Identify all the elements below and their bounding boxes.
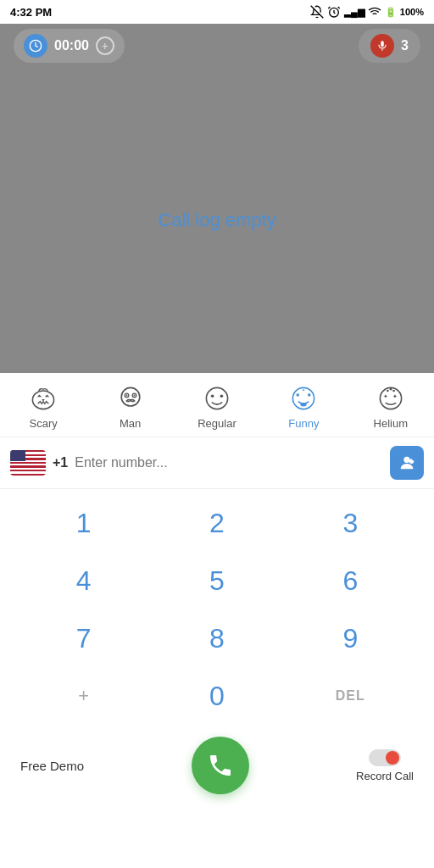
key-0[interactable]: 0: [175, 669, 259, 723]
status-bar: 4:32 PM ▂▄▆ 🔋 100%: [0, 0, 434, 24]
contact-button[interactable]: [390, 446, 424, 480]
phone-number-input[interactable]: [75, 455, 383, 470]
regular-face-icon: [202, 383, 232, 414]
key-7[interactable]: 7: [42, 611, 126, 665]
svg-point-13: [211, 395, 214, 398]
clock-icon: [29, 39, 42, 53]
voice-filter-bar: Scary Man: [0, 373, 434, 437]
timer-icon: [24, 34, 47, 58]
voice-filter-funny-label: Funny: [288, 417, 319, 430]
key-del[interactable]: DEL: [308, 669, 392, 723]
mic-pill: 3: [359, 29, 420, 63]
mic-count: 3: [401, 38, 409, 53]
keypad-row-1: 1 2 3: [17, 496, 417, 550]
voice-filter-helium[interactable]: ✦ ✦ Helium: [357, 383, 425, 430]
scary-face-icon: [28, 383, 58, 414]
timer-value: 00:00: [54, 38, 89, 53]
key-6[interactable]: 6: [308, 554, 392, 608]
call-log-area: Call log empty: [0, 68, 434, 373]
toggle-knob: [386, 751, 399, 765]
key-9[interactable]: 9: [308, 611, 392, 665]
signal-icon: ▂▄▆: [344, 7, 364, 18]
svg-rect-4: [381, 41, 384, 47]
toggle-track: [369, 749, 401, 766]
key-8[interactable]: 8: [175, 611, 259, 665]
alarm-icon: [327, 5, 341, 19]
us-flag: [10, 450, 46, 476]
key-3[interactable]: 3: [308, 496, 392, 550]
top-bar: 00:00 + 3: [0, 24, 434, 68]
key-5[interactable]: 5: [175, 554, 259, 608]
voice-filter-regular[interactable]: Regular: [183, 383, 251, 430]
record-call-label: Record Call: [356, 770, 414, 782]
call-button[interactable]: [192, 737, 249, 794]
timer-plus-button[interactable]: +: [96, 36, 114, 55]
contact-icon: [398, 453, 416, 472]
svg-point-11: [133, 395, 135, 397]
wifi-icon: [368, 5, 381, 19]
battery-icon: 🔋: [385, 7, 397, 18]
svg-text:✦: ✦: [392, 392, 398, 400]
man-face-icon: [115, 383, 146, 414]
call-log-empty-text: Call log empty: [158, 209, 275, 231]
voice-filter-man-label: Man: [120, 417, 141, 430]
key-1[interactable]: 1: [42, 496, 126, 550]
key-plus[interactable]: +: [42, 669, 126, 723]
svg-point-23: [392, 390, 395, 392]
svg-point-21: [387, 390, 389, 392]
svg-text:✦: ✦: [383, 392, 388, 400]
mic-icon: [370, 34, 394, 58]
country-flag[interactable]: [10, 450, 46, 476]
country-code: +1: [53, 455, 68, 470]
svg-point-16: [301, 403, 307, 407]
record-call-section: Record Call: [356, 749, 414, 782]
voice-filter-helium-label: Helium: [374, 417, 408, 430]
keypad-row-4: + 0 DEL: [17, 669, 417, 723]
voice-filter-scary[interactable]: Scary: [9, 383, 77, 430]
voice-filter-regular-label: Regular: [198, 417, 236, 430]
funny-face-icon: ✦: [288, 383, 319, 414]
status-icons: ▂▄▆ 🔋 100%: [310, 5, 424, 19]
svg-point-14: [220, 395, 224, 398]
key-4[interactable]: 4: [42, 554, 126, 608]
svg-point-22: [389, 388, 392, 391]
keypad: 1 2 3 4 5 6 7 8 9 + 0 DEL: [0, 489, 434, 723]
record-toggle[interactable]: [369, 749, 401, 766]
svg-point-10: [125, 395, 127, 397]
notification-icon: [310, 5, 324, 19]
keypad-row-2: 4 5 6: [17, 554, 417, 608]
timer-pill: 00:00 +: [14, 29, 125, 63]
voice-filter-man[interactable]: Man: [97, 383, 164, 430]
action-bar: Free Demo Record Call: [0, 726, 434, 808]
bottom-panel: Scary Man: [0, 373, 434, 808]
key-2[interactable]: 2: [175, 496, 259, 550]
svg-point-12: [206, 387, 227, 409]
microphone-icon: [376, 40, 388, 52]
svg-line-0: [311, 6, 324, 19]
dialer-input-row: +1: [0, 437, 434, 489]
status-time: 4:32 PM: [10, 6, 52, 19]
voice-filter-scary-label: Scary: [30, 417, 58, 430]
svg-point-7: [121, 387, 140, 406]
voice-filter-funny[interactable]: ✦ Funny: [270, 383, 337, 430]
call-icon: [207, 752, 234, 779]
keypad-row-3: 7 8 9: [17, 611, 417, 665]
helium-face-icon: ✦ ✦: [376, 383, 406, 414]
svg-text:✦: ✦: [303, 387, 306, 392]
free-demo-button[interactable]: Free Demo: [20, 759, 84, 773]
battery-percent: 100%: [400, 7, 424, 17]
svg-point-24: [403, 457, 409, 463]
